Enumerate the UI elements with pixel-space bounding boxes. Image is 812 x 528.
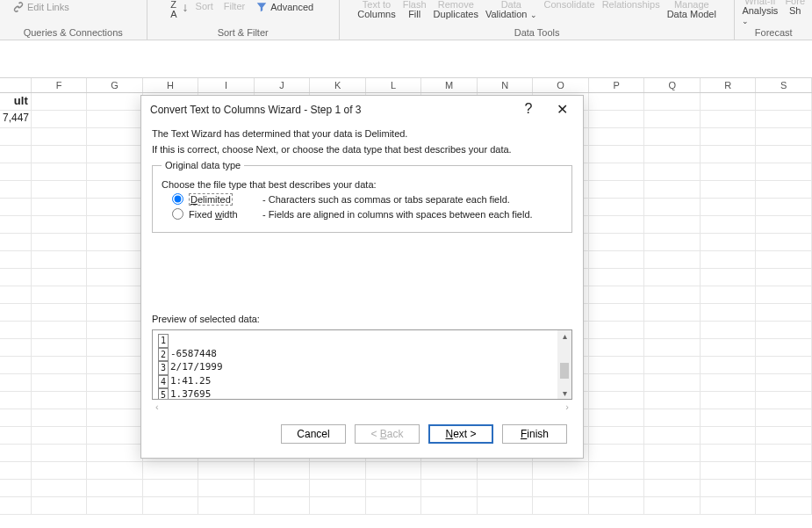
cell[interactable] <box>756 357 812 373</box>
cell[interactable] <box>589 199 645 215</box>
cell[interactable] <box>0 163 32 180</box>
cell[interactable] <box>701 269 757 286</box>
cell[interactable] <box>198 480 255 496</box>
cell[interactable] <box>87 93 143 110</box>
cell[interactable] <box>87 480 143 496</box>
cell[interactable] <box>366 480 422 496</box>
cell[interactable] <box>0 146 32 163</box>
cell[interactable] <box>644 163 701 180</box>
cell[interactable] <box>533 462 589 479</box>
cell[interactable] <box>589 181 645 198</box>
cell[interactable] <box>756 286 812 303</box>
col-header[interactable]: S <box>756 78 812 92</box>
cell[interactable] <box>589 304 645 321</box>
cell[interactable] <box>589 146 645 163</box>
delimited-radio[interactable] <box>172 193 183 205</box>
cell[interactable] <box>644 269 701 286</box>
cell[interactable] <box>0 251 32 268</box>
cell[interactable] <box>756 497 812 514</box>
cell[interactable] <box>0 269 32 286</box>
cell[interactable] <box>478 480 534 496</box>
cell[interactable] <box>32 445 88 461</box>
cell[interactable] <box>421 462 478 479</box>
cell[interactable] <box>589 269 645 286</box>
cell[interactable] <box>756 339 812 356</box>
consolidate-button[interactable]: Consolidate <box>543 0 597 10</box>
cell[interactable] <box>32 462 88 479</box>
cell[interactable] <box>533 480 589 496</box>
cell[interactable] <box>589 322 645 338</box>
edit-links-button[interactable]: Edit Links <box>9 0 73 14</box>
col-header[interactable]: J <box>255 78 311 92</box>
cell[interactable] <box>32 199 88 215</box>
col-header[interactable]: H <box>143 78 199 92</box>
cell[interactable] <box>32 234 88 250</box>
cell[interactable] <box>644 480 701 496</box>
cell[interactable] <box>32 93 88 110</box>
col-header[interactable]: F <box>32 78 88 92</box>
cell[interactable] <box>87 497 143 514</box>
cell[interactable] <box>589 251 645 268</box>
col-header[interactable]: M <box>421 78 478 92</box>
cell[interactable] <box>644 93 701 110</box>
cell[interactable] <box>644 409 701 426</box>
cell[interactable] <box>32 286 88 303</box>
cell[interactable] <box>756 128 812 145</box>
grid-row[interactable] <box>0 480 812 497</box>
filter-button[interactable]: Filter <box>220 0 248 12</box>
cell[interactable] <box>701 409 757 426</box>
fixed-width-option[interactable]: Fixed width - Fields are aligned in colu… <box>172 208 563 220</box>
cell[interactable] <box>255 480 311 496</box>
cell[interactable] <box>32 497 88 514</box>
cell[interactable] <box>32 357 88 373</box>
cell[interactable] <box>756 251 812 268</box>
cell[interactable] <box>32 339 88 356</box>
grid-row[interactable] <box>0 462 812 480</box>
cell[interactable] <box>701 497 757 514</box>
cell[interactable] <box>589 409 645 426</box>
cell[interactable] <box>0 392 32 409</box>
cell[interactable] <box>644 199 701 215</box>
cell[interactable] <box>644 445 701 461</box>
preview-horizontal-scrollbar[interactable]: ‹ › <box>152 400 572 414</box>
cell[interactable] <box>589 462 645 479</box>
help-icon[interactable]: ? <box>518 101 539 118</box>
cell[interactable] <box>87 357 143 373</box>
cell[interactable] <box>701 146 757 163</box>
cell[interactable] <box>756 93 812 110</box>
cell[interactable] <box>756 445 812 461</box>
cell[interactable] <box>589 392 645 409</box>
cell[interactable] <box>32 409 88 426</box>
cell[interactable] <box>0 480 32 496</box>
manage-datamodel-button[interactable]: Manage Data Model <box>665 0 718 19</box>
preview-vertical-scrollbar[interactable]: ▴ ▾ <box>557 330 571 399</box>
cell[interactable] <box>0 181 32 198</box>
cell[interactable] <box>701 445 757 461</box>
cell[interactable] <box>756 234 812 250</box>
cell[interactable] <box>756 199 812 215</box>
cell[interactable] <box>32 392 88 409</box>
cell[interactable] <box>644 216 701 233</box>
cell[interactable] <box>589 93 645 110</box>
cell[interactable] <box>310 480 366 496</box>
flash-fill-button[interactable]: Flash Fill <box>401 0 428 19</box>
col-header[interactable]: O <box>533 78 589 92</box>
cell[interactable] <box>701 128 757 145</box>
cell[interactable] <box>87 216 143 233</box>
cell[interactable] <box>701 374 757 391</box>
cell[interactable] <box>644 181 701 198</box>
col-header[interactable]: R <box>701 78 757 92</box>
cell[interactable] <box>589 374 645 391</box>
cell[interactable] <box>644 146 701 163</box>
cell[interactable] <box>0 357 32 373</box>
cell[interactable] <box>756 409 812 426</box>
cell[interactable] <box>0 462 32 479</box>
cell[interactable] <box>0 128 32 145</box>
cell[interactable] <box>644 234 701 250</box>
cell[interactable] <box>756 269 812 286</box>
col-header[interactable]: G <box>87 78 143 92</box>
cell[interactable] <box>0 497 32 514</box>
cell[interactable] <box>198 462 255 479</box>
cell[interactable] <box>255 462 311 479</box>
cell[interactable] <box>478 462 534 479</box>
